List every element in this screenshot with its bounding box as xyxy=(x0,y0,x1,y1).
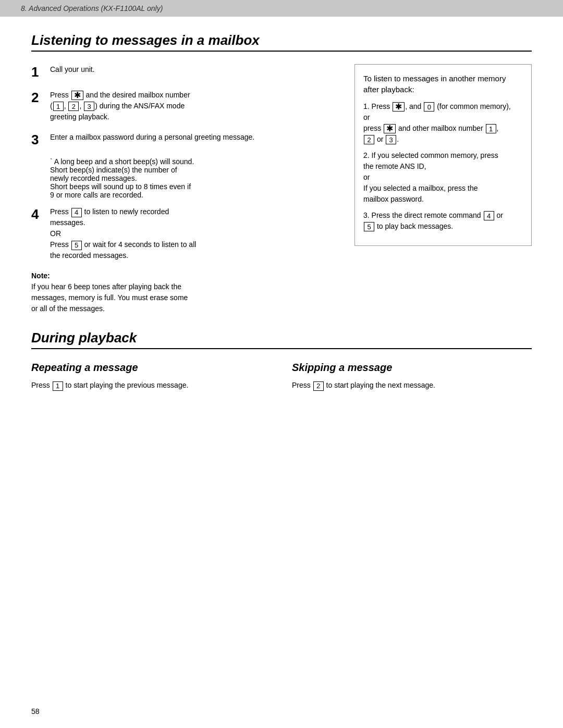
key-skip-2: 2 xyxy=(313,381,324,391)
box-item-2: 2. If you selected common memory, press … xyxy=(363,150,523,205)
steps-container: 1 Call your unit. 2 Press ✱ and the desi… xyxy=(31,64,532,314)
playback-text-repeat: Press 1 to start playing the previous me… xyxy=(31,380,271,391)
note-label: Note: xyxy=(31,270,339,281)
key-mb-2: 2 xyxy=(364,135,374,144)
page-number: 58 xyxy=(31,707,40,715)
key-cmd-5: 5 xyxy=(364,222,374,231)
key-1: 1 xyxy=(53,102,64,111)
right-info-box: To listen to messages in another memory … xyxy=(354,64,532,246)
key-3: 3 xyxy=(84,102,94,111)
sub-title-skip: Skipping a message xyxy=(292,362,532,374)
key-star-1: ✱ xyxy=(71,91,83,100)
step-3: 3 Enter a mailbox password during a pers… xyxy=(31,132,339,148)
step-4: 4 Press 4 to listen to newly recorded me… xyxy=(31,206,339,261)
steps-left: 1 Call your unit. 2 Press ✱ and the desi… xyxy=(31,64,339,314)
steps-right: To listen to messages in another memory … xyxy=(354,64,532,314)
section2-title-text: During playback xyxy=(31,330,137,346)
note-text: If you hear 6 beep tones after playing b… xyxy=(31,281,339,314)
step-1-number: 1 xyxy=(31,64,50,80)
backtick-line-text: ` A long beep and a short beep(s) will s… xyxy=(50,157,339,199)
playback-col-skip: Skipping a message Press 2 to start play… xyxy=(292,362,532,391)
section1-title: Listening to messages in a mailbox xyxy=(31,32,532,52)
step-4-text: Press 4 to listen to newly recorded mess… xyxy=(50,206,339,261)
step-1: 1 Call your unit. xyxy=(31,64,339,80)
key-0: 0 xyxy=(424,102,434,112)
key-repeat-1: 1 xyxy=(53,381,63,391)
box-title: To listen to messages in another memory … xyxy=(363,73,523,95)
page: 8. Advanced Operations (KX-F1100AL only)… xyxy=(0,0,563,728)
key-2: 2 xyxy=(68,102,79,111)
playback-col-repeat: Repeating a message Press 1 to start pla… xyxy=(31,362,271,391)
playback-text-skip: Press 2 to start playing the next messag… xyxy=(292,380,532,391)
header-text: 8. Advanced Operations (KX-F1100AL only) xyxy=(21,4,163,13)
key-mb-1: 1 xyxy=(486,124,496,133)
step-2-text: Press ✱ and the desired mailbox number (… xyxy=(50,90,339,122)
key-star-2: ✱ xyxy=(393,102,405,112)
step-3-text: Enter a mailbox password during a person… xyxy=(50,132,339,143)
playback-cols: Repeating a message Press 1 to start pla… xyxy=(31,362,532,391)
step-2: 2 Press ✱ and the desired mailbox number… xyxy=(31,90,339,122)
step-4-number: 4 xyxy=(31,206,50,223)
key-5: 5 xyxy=(71,241,82,250)
header-bar: 8. Advanced Operations (KX-F1100AL only) xyxy=(0,0,563,17)
key-mb-3: 3 xyxy=(386,135,396,144)
box-item-3-number: 3. xyxy=(363,211,370,219)
box-item-2-number: 2. xyxy=(363,151,370,159)
box-item-1-number: 1. xyxy=(363,102,370,110)
step-3-number: 3 xyxy=(31,132,50,148)
sub-title-repeat: Repeating a message xyxy=(31,362,271,374)
section1-title-text: Listening to messages in a mailbox xyxy=(31,32,260,48)
box-item-1: 1. Press ✱, and 0 (for common memory), o… xyxy=(363,101,523,145)
key-4: 4 xyxy=(71,208,82,217)
step-1-text: Call your unit. xyxy=(50,64,339,75)
note-section: Note: If you hear 6 beep tones after pla… xyxy=(31,270,339,314)
section2-title: During playback xyxy=(31,330,532,349)
key-star-3: ✱ xyxy=(384,124,396,133)
step-2-number: 2 xyxy=(31,90,50,106)
content: Listening to messages in a mailbox 1 Cal… xyxy=(0,17,563,412)
box-item-3: 3. Press the direct remote command 4 or … xyxy=(363,210,523,232)
key-cmd-4: 4 xyxy=(484,211,494,220)
during-section: During playback Repeating a message Pres… xyxy=(31,330,532,391)
backtick-note: ` A long beep and a short beep(s) will s… xyxy=(50,157,339,199)
